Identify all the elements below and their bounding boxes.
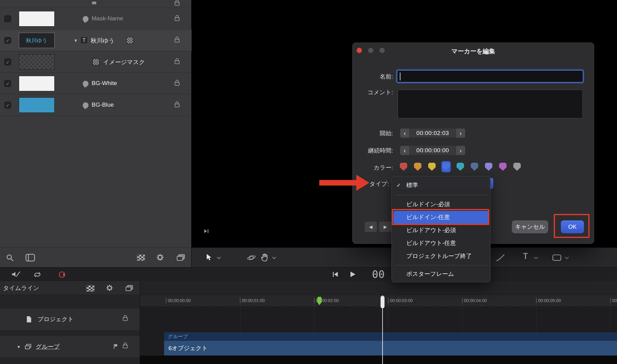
disclosure-triangle[interactable]: ▼ bbox=[17, 345, 21, 349]
start-stepper: ‹ 00:00:02:03 › bbox=[400, 128, 466, 138]
layer-thumbnail[interactable] bbox=[19, 54, 55, 70]
layer-row-bg-blue[interactable]: ✓ BG-Blue bbox=[0, 94, 192, 116]
menu-item-poster-frame[interactable]: ポスターフレーム bbox=[392, 268, 490, 280]
layer-thumbnail[interactable] bbox=[19, 97, 55, 113]
color-swatches bbox=[399, 161, 522, 172]
group-row[interactable]: ▼ グループ bbox=[0, 336, 140, 358]
layer-row-image-mask[interactable]: ✓ イメージマスク bbox=[0, 51, 192, 73]
color-swatch-yellow[interactable] bbox=[427, 161, 437, 172]
track-group-bar[interactable]: グループ bbox=[164, 332, 617, 341]
lock-icon[interactable] bbox=[175, 39, 180, 43]
layer-name[interactable]: 秋川ゆう bbox=[91, 37, 114, 45]
color-swatch-orange[interactable] bbox=[413, 161, 422, 172]
prev-marker-button[interactable]: ◀ bbox=[364, 221, 377, 232]
shape-tool-icon[interactable] bbox=[552, 254, 561, 261]
chevron-down-icon[interactable] bbox=[534, 255, 538, 259]
marker-pin-icon bbox=[457, 163, 464, 171]
orbit-tool-icon[interactable] bbox=[247, 254, 256, 262]
view-layout-icon[interactable] bbox=[25, 254, 35, 262]
layer-row-bg-white[interactable]: ✓ BG-White bbox=[0, 73, 192, 94]
disclosure-triangle[interactable]: ▼ bbox=[74, 38, 78, 43]
layer-checkbox[interactable]: ✓ bbox=[4, 59, 11, 65]
lock-icon[interactable] bbox=[175, 104, 180, 107]
menu-item-standard[interactable]: ✓ 標準 bbox=[392, 179, 490, 192]
track-objects-bar[interactable]: 6オブジェクト bbox=[164, 341, 617, 356]
color-swatch-purple[interactable] bbox=[498, 161, 507, 172]
playhead-handle[interactable] bbox=[380, 296, 385, 309]
record-icon[interactable] bbox=[58, 271, 66, 279]
project-row[interactable]: プロジェクト bbox=[0, 309, 140, 330]
menu-item-buildout-optional[interactable]: ビルドアウト-任意 bbox=[392, 237, 490, 250]
color-swatch-gray[interactable] bbox=[512, 161, 522, 172]
text-tool[interactable]: T bbox=[523, 252, 528, 261]
duration-decrement-button[interactable]: ‹ bbox=[400, 146, 409, 155]
gear-icon[interactable] bbox=[156, 254, 164, 261]
layer-checkbox[interactable]: ✓ bbox=[4, 37, 11, 44]
layers-stack-icon[interactable] bbox=[125, 285, 133, 292]
menu-item-buildout-required[interactable]: ビルドアウト-必須 bbox=[392, 224, 490, 237]
layer-name[interactable]: BG-White bbox=[92, 80, 117, 87]
color-swatch-periwinkle[interactable] bbox=[484, 161, 493, 172]
timeline-bottom-strip bbox=[140, 356, 617, 364]
loop-icon[interactable] bbox=[33, 271, 42, 278]
layers-stack-icon[interactable] bbox=[176, 254, 185, 261]
chevron-down-icon[interactable] bbox=[272, 255, 276, 259]
name-input[interactable] bbox=[397, 70, 583, 83]
duration-increment-button[interactable]: › bbox=[456, 146, 465, 155]
project-row-label: プロジェクト bbox=[38, 315, 74, 323]
lock-icon[interactable] bbox=[175, 60, 180, 64]
layer-checkbox[interactable] bbox=[4, 15, 11, 22]
cancel-button[interactable]: キャンセル bbox=[512, 220, 548, 233]
go-to-start-button[interactable] bbox=[332, 271, 339, 278]
layer-thumbnail[interactable] bbox=[19, 76, 55, 91]
play-button[interactable] bbox=[349, 271, 356, 278]
style-swatch[interactable] bbox=[126, 37, 133, 44]
layer-thumbnail[interactable] bbox=[19, 11, 55, 27]
timeline-ruler[interactable]: 00:00:00:00 00:00:01:00 00:00:02:00 00:0… bbox=[140, 295, 617, 307]
color-swatch-steel-blue[interactable] bbox=[470, 161, 479, 172]
gear-icon[interactable] bbox=[106, 284, 113, 291]
comment-textarea[interactable] bbox=[398, 90, 583, 118]
duration-value[interactable]: 00:00:00:00 bbox=[409, 146, 456, 155]
start-increment-button[interactable]: › bbox=[456, 129, 465, 138]
play-range-marker-icon bbox=[204, 229, 209, 233]
layer-checkbox[interactable]: ✓ bbox=[4, 102, 11, 108]
file-icon bbox=[26, 316, 32, 323]
duration-stepper: ‹ 00:00:00:00 › bbox=[400, 145, 466, 155]
layer-thumbnail[interactable]: 秋川ゆう bbox=[19, 33, 55, 48]
lock-icon[interactable] bbox=[123, 345, 128, 348]
checkerboard-icon[interactable] bbox=[86, 285, 94, 292]
search-icon[interactable] bbox=[6, 254, 14, 262]
chevron-down-icon[interactable] bbox=[565, 255, 569, 259]
start-decrement-button[interactable]: ‹ bbox=[400, 129, 409, 138]
lock-icon[interactable] bbox=[175, 17, 180, 21]
menu-item-project-loop-end[interactable]: プロジェクトループ終了 bbox=[392, 250, 490, 263]
layer-checkbox[interactable]: ✓ bbox=[4, 80, 11, 87]
checkerboard-icon[interactable] bbox=[137, 255, 145, 261]
layer-name[interactable]: イメージマスク bbox=[103, 58, 145, 66]
group-row-label[interactable]: グループ bbox=[36, 343, 60, 351]
lock-icon[interactable] bbox=[175, 2, 180, 6]
timeline-title: タイムライン bbox=[3, 281, 39, 295]
chevron-down-icon[interactable] bbox=[217, 255, 221, 259]
color-swatch-red[interactable] bbox=[399, 161, 408, 172]
color-swatch-teal[interactable] bbox=[456, 161, 465, 172]
flag-icon[interactable] bbox=[113, 343, 118, 350]
start-label: 開始: bbox=[353, 129, 393, 137]
layer-row-partial[interactable] bbox=[0, 0, 192, 8]
annotation-rect-menu-item bbox=[392, 209, 489, 225]
lock-icon[interactable] bbox=[175, 82, 180, 86]
lock-icon[interactable] bbox=[123, 317, 128, 321]
layer-row-mask-name[interactable]: Mask-Name bbox=[0, 8, 192, 30]
pan-hand-tool-icon[interactable] bbox=[261, 253, 269, 262]
color-swatch-blue[interactable] bbox=[441, 161, 451, 172]
select-tool-icon[interactable] bbox=[205, 253, 212, 261]
mute-icon[interactable] bbox=[11, 271, 20, 278]
draw-stroke-tool-icon[interactable] bbox=[495, 253, 506, 262]
next-marker-button[interactable]: ▶ bbox=[379, 221, 392, 232]
timeline-header-spacer bbox=[140, 281, 617, 295]
layer-row-akikawa[interactable]: ✓ 秋川ゆう ▼ T 秋川ゆう bbox=[0, 30, 192, 51]
layer-name[interactable]: BG-Blue bbox=[92, 101, 114, 108]
layer-name[interactable]: Mask-Name bbox=[92, 15, 123, 22]
start-value[interactable]: 00:00:02:03 bbox=[409, 129, 456, 138]
